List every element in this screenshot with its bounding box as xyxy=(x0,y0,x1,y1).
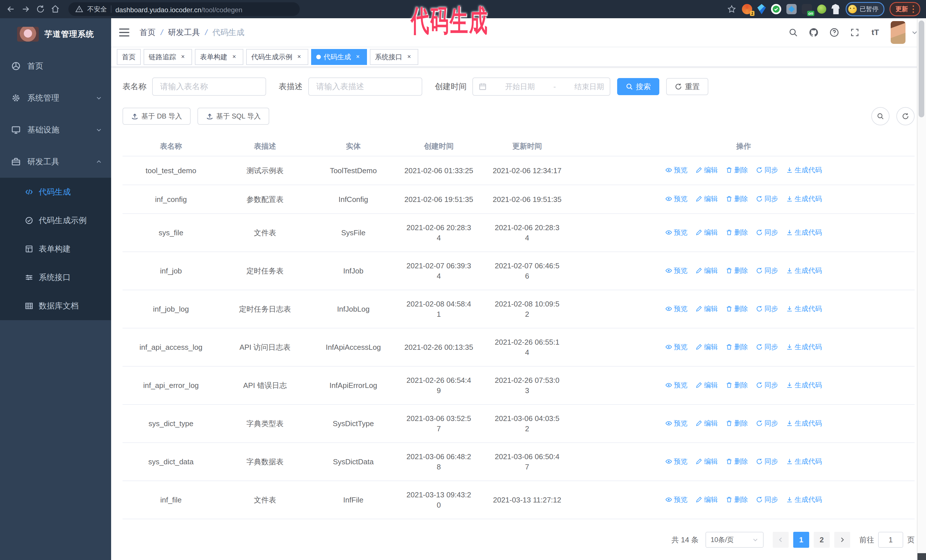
action-删除[interactable]: 删除 xyxy=(726,266,748,276)
tab-系统接口[interactable]: 系统接口× xyxy=(370,49,418,65)
date-range-picker[interactable]: 开始日期 - 结束日期 xyxy=(472,77,610,96)
action-预览[interactable]: 预览 xyxy=(665,456,687,466)
action-生成代码[interactable]: 生成代码 xyxy=(786,303,822,314)
close-icon[interactable]: × xyxy=(295,53,303,61)
action-预览[interactable]: 预览 xyxy=(665,380,687,390)
extension-key-icon[interactable] xyxy=(817,5,826,14)
action-编辑[interactable]: 编辑 xyxy=(696,266,718,276)
action-同步[interactable]: 同步 xyxy=(756,342,778,352)
end-date-placeholder[interactable]: 结束日期 xyxy=(574,82,604,92)
action-删除[interactable]: 删除 xyxy=(726,342,748,352)
refresh-icon[interactable] xyxy=(896,107,915,125)
action-预览[interactable]: 预览 xyxy=(665,303,687,314)
action-删除[interactable]: 删除 xyxy=(726,165,748,175)
font-size-icon[interactable]: tT xyxy=(870,27,881,38)
reset-button[interactable]: 重置 xyxy=(666,78,708,95)
action-编辑[interactable]: 编辑 xyxy=(696,456,718,466)
table-desc-input[interactable] xyxy=(309,78,422,95)
close-icon[interactable]: × xyxy=(405,53,413,61)
action-生成代码[interactable]: 生成代码 xyxy=(786,194,822,204)
github-icon[interactable] xyxy=(809,27,819,38)
search-button[interactable]: 搜索 xyxy=(617,78,659,95)
security-label[interactable]: 不安全 xyxy=(87,5,107,14)
sidebar-item-研发工具[interactable]: 研发工具 xyxy=(0,146,111,178)
start-date-placeholder[interactable]: 开始日期 xyxy=(505,82,535,92)
app-logo[interactable]: 芋道管理系统 xyxy=(0,18,111,50)
page-button-1[interactable]: 1 xyxy=(793,532,809,548)
breadcrumb-item[interactable]: 研发工具 xyxy=(168,27,200,38)
action-生成代码[interactable]: 生成代码 xyxy=(786,165,822,175)
action-同步[interactable]: 同步 xyxy=(756,495,778,505)
avatar[interactable] xyxy=(891,21,905,44)
action-同步[interactable]: 同步 xyxy=(756,266,778,276)
action-删除[interactable]: 删除 xyxy=(726,194,748,204)
action-同步[interactable]: 同步 xyxy=(756,418,778,429)
sidebar-subitem-系统接口[interactable]: 系统接口 xyxy=(0,263,111,292)
action-生成代码[interactable]: 生成代码 xyxy=(786,380,822,390)
action-删除[interactable]: 删除 xyxy=(726,380,748,390)
toggle-search-icon[interactable] xyxy=(871,107,890,125)
action-删除[interactable]: 删除 xyxy=(726,303,748,314)
close-icon[interactable]: × xyxy=(230,53,238,61)
tab-代码生成[interactable]: 代码生成× xyxy=(311,49,367,65)
action-编辑[interactable]: 编辑 xyxy=(696,495,718,505)
extension-puzzle-icon[interactable] xyxy=(831,4,841,14)
profile-paused-badge[interactable]: 已暂停 xyxy=(846,2,884,16)
extension-orange-icon[interactable]: 1 xyxy=(742,4,752,14)
table-name-input[interactable] xyxy=(153,78,266,95)
action-编辑[interactable]: 编辑 xyxy=(696,342,718,352)
close-icon[interactable]: × xyxy=(179,53,187,61)
action-预览[interactable]: 预览 xyxy=(665,227,687,237)
tab-代码生成示例[interactable]: 代码生成示例× xyxy=(246,49,308,65)
scrollbar-thumb[interactable] xyxy=(918,21,924,117)
action-编辑[interactable]: 编辑 xyxy=(696,418,718,429)
action-同步[interactable]: 同步 xyxy=(756,456,778,466)
extension-on-icon[interactable]: on xyxy=(802,4,812,14)
close-icon[interactable]: × xyxy=(354,53,362,61)
address-bar[interactable]: 不安全 dashboard.yudao.iocoder.cn/tool/code… xyxy=(68,2,300,16)
action-删除[interactable]: 删除 xyxy=(726,418,748,429)
hamburger-icon[interactable] xyxy=(119,29,129,36)
browser-menu-icon[interactable] xyxy=(912,5,914,13)
tab-链路追踪[interactable]: 链路追踪× xyxy=(144,49,192,65)
action-预览[interactable]: 预览 xyxy=(665,266,687,276)
action-编辑[interactable]: 编辑 xyxy=(696,303,718,314)
back-icon[interactable] xyxy=(6,4,16,14)
page-button-2[interactable]: 2 xyxy=(814,532,830,548)
tab-表单构建[interactable]: 表单构建× xyxy=(195,49,243,65)
forward-icon[interactable] xyxy=(21,4,31,14)
action-生成代码[interactable]: 生成代码 xyxy=(786,227,822,237)
import-sql-button[interactable]: 基于 SQL 导入 xyxy=(197,108,269,125)
page-size-select[interactable]: 10条/页 xyxy=(705,532,764,548)
action-同步[interactable]: 同步 xyxy=(756,303,778,314)
fullscreen-icon[interactable] xyxy=(850,27,860,38)
sidebar-item-系统管理[interactable]: 系统管理 xyxy=(0,82,111,114)
action-编辑[interactable]: 编辑 xyxy=(696,380,718,390)
sidebar-subitem-代码生成示例[interactable]: 代码生成示例 xyxy=(0,206,111,235)
action-预览[interactable]: 预览 xyxy=(665,418,687,429)
action-预览[interactable]: 预览 xyxy=(665,165,687,175)
help-icon[interactable] xyxy=(829,27,840,38)
url-text[interactable]: dashboard.yudao.iocoder.cn/tool/codegen xyxy=(115,4,242,15)
action-生成代码[interactable]: 生成代码 xyxy=(786,342,822,352)
action-预览[interactable]: 预览 xyxy=(665,495,687,505)
action-同步[interactable]: 同步 xyxy=(756,165,778,175)
action-编辑[interactable]: 编辑 xyxy=(696,165,718,175)
extension-gem-icon[interactable] xyxy=(757,4,766,14)
action-生成代码[interactable]: 生成代码 xyxy=(786,418,822,429)
tab-首页[interactable]: 首页 xyxy=(117,49,141,65)
sidebar-subitem-数据库文档[interactable]: 数据库文档 xyxy=(0,292,111,320)
bookmark-star-icon[interactable] xyxy=(726,4,737,14)
action-删除[interactable]: 删除 xyxy=(726,456,748,466)
goto-page-input[interactable] xyxy=(879,532,903,547)
action-生成代码[interactable]: 生成代码 xyxy=(786,456,822,466)
security-warning-icon[interactable] xyxy=(75,5,83,13)
prev-page-button[interactable] xyxy=(773,532,789,548)
import-db-button[interactable]: 基于 DB 导入 xyxy=(123,108,191,125)
action-预览[interactable]: 预览 xyxy=(665,342,687,352)
action-生成代码[interactable]: 生成代码 xyxy=(786,495,822,505)
extension-grid-icon[interactable] xyxy=(787,4,797,14)
action-预览[interactable]: 预览 xyxy=(665,194,687,204)
browser-update-button[interactable]: 更新 xyxy=(890,2,920,16)
sidebar-subitem-代码生成[interactable]: 代码生成 xyxy=(0,178,111,206)
